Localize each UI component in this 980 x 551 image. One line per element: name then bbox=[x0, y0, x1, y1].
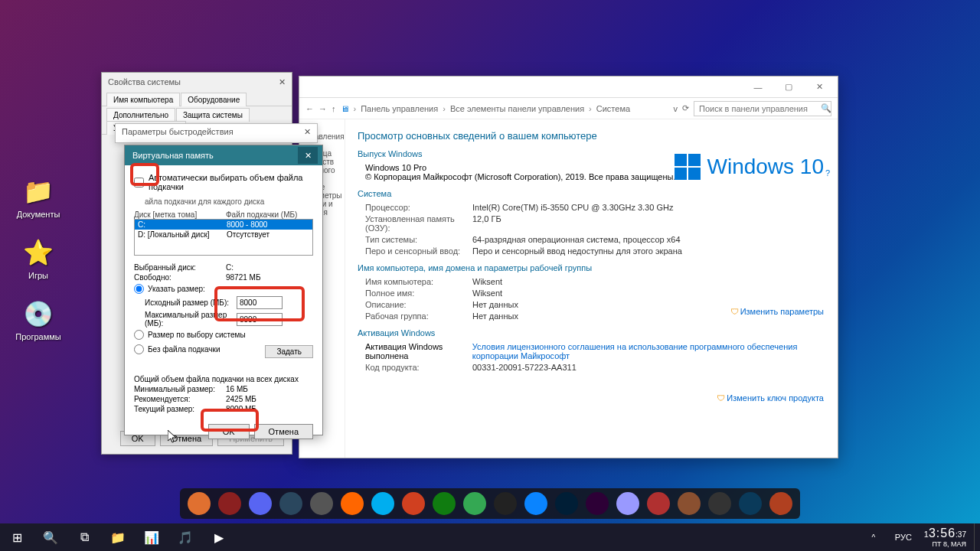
dock-app-icon[interactable] bbox=[616, 492, 639, 515]
dock-app-icon[interactable] bbox=[739, 492, 762, 515]
taskbar-clock[interactable]: 13:56:37 ПТ 8, МАЯ bbox=[916, 526, 974, 549]
set-button[interactable]: Задать bbox=[265, 345, 313, 358]
app-launcher-dock bbox=[180, 488, 800, 519]
tab-computer-name[interactable]: Имя компьютера bbox=[106, 93, 180, 106]
forward-icon[interactable]: → bbox=[318, 104, 327, 113]
cursor-icon bbox=[168, 430, 178, 444]
system-row: Код продукта:00331-20091-57223-AA311 bbox=[365, 363, 825, 372]
dock-app-icon[interactable] bbox=[769, 492, 792, 515]
system-row: Имя компьютера:Wiksent bbox=[365, 277, 825, 286]
section-heading: Активация Windows bbox=[358, 328, 825, 337]
close-button[interactable]: ✕ bbox=[298, 147, 318, 164]
system-row: Процессор:Intel(R) Core(TM) i5-3550 CPU … bbox=[365, 203, 825, 212]
close-button[interactable]: ✕ bbox=[304, 127, 311, 139]
maximize-button[interactable]: ▢ bbox=[773, 78, 804, 96]
taskview-button[interactable]: ⧉ bbox=[67, 523, 101, 551]
page-title: Просмотр основных сведений о вашем компь… bbox=[358, 130, 825, 142]
initial-size-input[interactable] bbox=[237, 296, 283, 309]
system-row: Перо и сенсорный ввод:Перо и сенсорный в… bbox=[365, 246, 825, 256]
taskbar-app[interactable]: ▶ bbox=[202, 523, 236, 551]
desktop-icon-games[interactable]: ⭐Игры bbox=[11, 237, 65, 280]
dock-app-icon[interactable] bbox=[371, 492, 394, 515]
system-size-radio[interactable] bbox=[134, 330, 144, 340]
breadcrumb-item[interactable]: Панель управления bbox=[361, 104, 438, 113]
windows-logo: Windows 10 bbox=[675, 154, 824, 180]
performance-options-window: Параметры быстродействия ✕ bbox=[115, 123, 318, 143]
desktop-icon-programs[interactable]: 💿Программы bbox=[11, 298, 65, 341]
folder-icon: 📁 bbox=[23, 176, 54, 207]
disc-icon: 💿 bbox=[23, 298, 54, 329]
dock-app-icon[interactable] bbox=[218, 492, 241, 515]
tab-protection[interactable]: Защита системы bbox=[176, 108, 250, 122]
dock-app-icon[interactable] bbox=[433, 492, 456, 515]
dock-app-icon[interactable] bbox=[678, 492, 701, 515]
search-input[interactable] bbox=[694, 101, 831, 116]
system-row: Тип системы:64-разрядная операционная си… bbox=[365, 235, 825, 244]
desktop-icon-documents[interactable]: 📁Документы bbox=[11, 176, 65, 219]
change-settings-link[interactable]: 🛡Изменить параметры bbox=[730, 307, 824, 316]
virtual-memory-dialog: Виртуальная память ✕ Автоматически выбир… bbox=[124, 145, 323, 435]
cancel-button[interactable]: Отмена bbox=[254, 424, 313, 439]
system-panel-window: — ▢ ✕ ← → ↑ 🖥 › Панель управления › Все … bbox=[299, 76, 838, 458]
taskbar-app[interactable]: 📁 bbox=[101, 523, 135, 551]
dock-app-icon[interactable] bbox=[555, 492, 578, 515]
ok-button[interactable]: OK bbox=[208, 424, 250, 439]
dock-app-icon[interactable] bbox=[463, 492, 486, 515]
dock-app-icon[interactable] bbox=[494, 492, 517, 515]
star-icon: ⭐ bbox=[23, 237, 54, 268]
auto-manage-checkbox[interactable] bbox=[134, 178, 144, 187]
breadcrumb-item[interactable]: Все элементы панели управления bbox=[450, 104, 584, 113]
taskbar-app[interactable]: 🎵 bbox=[168, 523, 202, 551]
max-size-input[interactable] bbox=[237, 313, 283, 326]
back-icon[interactable]: ← bbox=[305, 104, 314, 113]
help-icon[interactable]: ? bbox=[825, 168, 830, 178]
no-pagefile-radio[interactable] bbox=[134, 344, 144, 354]
list-item[interactable]: D: [Локальный диск]Отсутствует bbox=[135, 230, 312, 240]
shield-icon: 🛡 bbox=[730, 307, 739, 316]
dock-app-icon[interactable] bbox=[188, 492, 211, 515]
search-button[interactable]: 🔍 bbox=[34, 523, 67, 551]
refresh-icon[interactable]: ⟳ bbox=[682, 103, 689, 113]
change-key-link[interactable]: 🛡Изменить ключ продукта bbox=[717, 393, 824, 403]
minimize-button[interactable]: — bbox=[743, 78, 773, 96]
taskbar: ⊞ 🔍 ⧉ 📁 📊 🎵 ▶ ^ РУС 13:56:37 ПТ 8, МАЯ bbox=[0, 523, 980, 551]
dock-app-icon[interactable] bbox=[647, 492, 670, 515]
close-button[interactable]: ✕ bbox=[279, 77, 286, 87]
section-heading: Имя компьютера, имя домена и параметры р… bbox=[358, 263, 825, 272]
dock-app-icon[interactable] bbox=[402, 492, 425, 515]
dock-app-icon[interactable] bbox=[341, 492, 364, 515]
drive-list[interactable]: C:8000 - 8000 D: [Локальный диск]Отсутст… bbox=[134, 219, 313, 256]
show-desktop-button[interactable] bbox=[974, 523, 980, 551]
section-heading: Система bbox=[358, 189, 825, 198]
dock-app-icon[interactable] bbox=[310, 492, 333, 515]
dock-app-icon[interactable] bbox=[586, 492, 609, 515]
tab-advanced[interactable]: Дополнительно bbox=[106, 108, 175, 122]
up-icon[interactable]: ↑ bbox=[332, 104, 336, 113]
breadcrumb: ← → ↑ 🖥 › Панель управления › Все элемен… bbox=[299, 98, 838, 119]
close-button[interactable]: ✕ bbox=[804, 78, 835, 96]
search-icon: 🔍 bbox=[821, 103, 831, 113]
breadcrumb-item[interactable]: Система bbox=[596, 104, 630, 113]
dock-app-icon[interactable] bbox=[524, 492, 547, 515]
list-item[interactable]: C:8000 - 8000 bbox=[135, 220, 312, 230]
dock-app-icon[interactable] bbox=[708, 492, 731, 515]
language-indicator[interactable]: РУС bbox=[890, 523, 916, 551]
taskbar-app[interactable]: 📊 bbox=[135, 523, 168, 551]
system-row: Установленная память (ОЗУ):12,0 ГБ bbox=[365, 214, 825, 233]
system-row: Полное имя:Wiksent bbox=[365, 289, 825, 298]
license-terms-link[interactable]: Условия лицензионного соглашения на испо… bbox=[472, 342, 825, 360]
shield-icon: 🛡 bbox=[717, 393, 725, 403]
dock-app-icon[interactable] bbox=[249, 492, 272, 515]
dock-app-icon[interactable] bbox=[279, 492, 302, 515]
custom-size-radio[interactable] bbox=[134, 284, 144, 294]
start-button[interactable]: ⊞ bbox=[0, 523, 34, 551]
tray-icon[interactable]: ^ bbox=[857, 523, 890, 551]
tab-hardware[interactable]: Оборудование bbox=[181, 93, 247, 106]
